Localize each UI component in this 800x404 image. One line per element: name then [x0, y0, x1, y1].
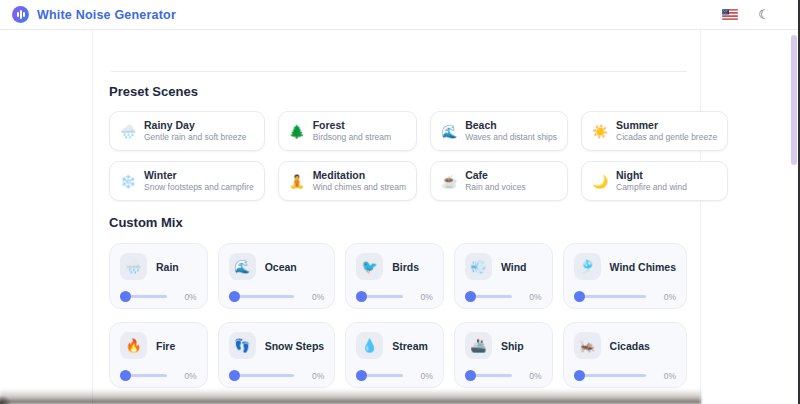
preset-name: Rainy Day	[144, 119, 247, 132]
evergreen-tree-icon: 🌲	[289, 124, 305, 139]
page-container: Preset Scenes 🌧️ Rainy Day Gentle rain a…	[92, 30, 701, 404]
mixer-card-rain: 🌧️ Rain 0%	[109, 243, 208, 309]
mixer-label: Snow Steps	[265, 340, 325, 352]
bottom-left-smudge	[0, 395, 12, 404]
volume-percent: 0%	[302, 371, 324, 381]
preset-description: Rain and voices	[465, 182, 525, 193]
preset-card-rainy-day[interactable]: 🌧️ Rainy Day Gentle rain and soft breeze	[109, 111, 265, 151]
mixer-label: Ship	[501, 340, 524, 352]
preset-card-cafe[interactable]: ☕ Cafe Rain and voices	[430, 161, 568, 201]
sun-icon: ☀️	[592, 124, 608, 139]
slider-thumb[interactable]	[120, 291, 131, 302]
ship-icon: 🚢	[465, 332, 492, 359]
volume-percent: 0%	[411, 292, 433, 302]
preset-description: Snow footsteps and campfire	[144, 182, 254, 193]
preset-name: Night	[616, 169, 687, 182]
mixer-card-stream: 💧 Stream 0%	[345, 322, 444, 388]
mixer-label: Wind Chimes	[610, 261, 676, 273]
slider-thumb[interactable]	[465, 291, 476, 302]
water-drop-icon: 💧	[356, 332, 383, 359]
wave-icon: 🌊	[441, 124, 457, 139]
mixer-card-wind-chimes: 🎐 Wind Chimes 0%	[563, 243, 687, 309]
preset-description: Cicadas and gentle breeze	[616, 132, 717, 143]
footprints-icon: 👣	[229, 332, 256, 359]
preset-card-winter[interactable]: ❄️ Winter Snow footsteps and campfire	[109, 161, 265, 201]
app-header: White Noise Generator ☾	[0, 0, 800, 30]
volume-slider[interactable]	[574, 291, 646, 302]
preset-name: Forest	[313, 119, 391, 132]
mixer-card-birds: 🐦 Birds 0%	[345, 243, 444, 309]
scrollbar-thumb[interactable]	[791, 35, 797, 165]
presets-section-title: Preset Scenes	[109, 84, 687, 99]
slider-thumb[interactable]	[465, 370, 476, 381]
volume-percent: 0%	[411, 371, 433, 381]
slider-thumb[interactable]	[229, 291, 240, 302]
volume-slider[interactable]	[574, 370, 646, 381]
snowflake-icon: ❄️	[120, 174, 136, 189]
preset-card-summer[interactable]: ☀️ Summer Cicadas and gentle breeze	[581, 111, 728, 151]
slider-thumb[interactable]	[356, 291, 367, 302]
volume-slider[interactable]	[465, 370, 512, 381]
preset-description: Wind chimes and stream	[313, 182, 407, 193]
language-flag-icon[interactable]	[722, 9, 738, 20]
slider-thumb[interactable]	[574, 291, 585, 302]
crescent-moon-icon: 🌙	[592, 174, 608, 189]
preset-name: Winter	[144, 169, 254, 182]
app-logo-icon	[12, 6, 29, 23]
volume-percent: 0%	[175, 371, 197, 381]
section-divider	[111, 71, 687, 72]
preset-name: Cafe	[465, 169, 525, 182]
preset-description: Campfire and wind	[616, 182, 687, 193]
mixer-label: Birds	[392, 261, 419, 273]
preset-name: Summer	[616, 119, 717, 132]
slider-thumb[interactable]	[574, 370, 585, 381]
volume-percent: 0%	[175, 292, 197, 302]
mixer-card-snow-steps: 👣 Snow Steps 0%	[218, 322, 336, 388]
slider-thumb[interactable]	[229, 370, 240, 381]
preset-card-meditation[interactable]: 🧘 Meditation Wind chimes and stream	[278, 161, 418, 201]
mixer-card-ocean: 🌊 Ocean 0%	[218, 243, 336, 309]
preset-name: Meditation	[313, 169, 407, 182]
wave-icon: 🌊	[229, 253, 256, 280]
theme-toggle-moon-icon[interactable]: ☾	[758, 8, 770, 21]
volume-slider[interactable]	[356, 291, 403, 302]
volume-slider[interactable]	[465, 291, 512, 302]
mixer-card-wind: 💨 Wind 0%	[454, 243, 553, 309]
cricket-icon: 🦗	[574, 332, 601, 359]
mixer-card-fire: 🔥 Fire 0%	[109, 322, 208, 388]
wind-gust-icon: 💨	[465, 253, 492, 280]
preset-card-beach[interactable]: 🌊 Beach Waves and distant ships	[430, 111, 568, 151]
mixer-label: Stream	[392, 340, 428, 352]
volume-slider[interactable]	[356, 370, 403, 381]
preset-name: Beach	[465, 119, 557, 132]
preset-description: Waves and distant ships	[465, 132, 557, 143]
mixer-label: Ocean	[265, 261, 297, 273]
preset-description: Gentle rain and soft breeze	[144, 132, 247, 143]
volume-slider[interactable]	[229, 291, 295, 302]
preset-description: Birdsong and stream	[313, 132, 391, 143]
volume-percent: 0%	[302, 292, 324, 302]
mixer-card-ship: 🚢 Ship 0%	[454, 322, 553, 388]
mixer-label: Cicadas	[610, 340, 650, 352]
rain-cloud-icon: 🌧️	[120, 124, 136, 139]
preset-card-forest[interactable]: 🌲 Forest Birdsong and stream	[278, 111, 418, 151]
volume-slider[interactable]	[120, 370, 167, 381]
slider-thumb[interactable]	[356, 370, 367, 381]
rain-cloud-icon: 🌧️	[120, 253, 147, 280]
custom-mix-section-title: Custom Mix	[109, 215, 687, 230]
wind-chime-icon: 🎐	[574, 253, 601, 280]
coffee-cup-icon: ☕	[441, 174, 457, 189]
volume-slider[interactable]	[120, 291, 167, 302]
volume-percent: 0%	[520, 292, 542, 302]
volume-percent: 0%	[654, 292, 676, 302]
mixer-label: Rain	[156, 261, 179, 273]
mixer-label: Fire	[156, 340, 175, 352]
slider-thumb[interactable]	[120, 370, 131, 381]
volume-percent: 0%	[654, 371, 676, 381]
volume-slider[interactable]	[229, 370, 295, 381]
fire-icon: 🔥	[120, 332, 147, 359]
preset-card-night[interactable]: 🌙 Night Campfire and wind	[581, 161, 728, 201]
preset-grid: 🌧️ Rainy Day Gentle rain and soft breeze…	[109, 111, 687, 201]
mixer-card-cicadas: 🦗 Cicadas 0%	[563, 322, 687, 388]
custom-mix-grid: 🌧️ Rain 0% 🌊 Ocean 0%	[109, 243, 687, 388]
